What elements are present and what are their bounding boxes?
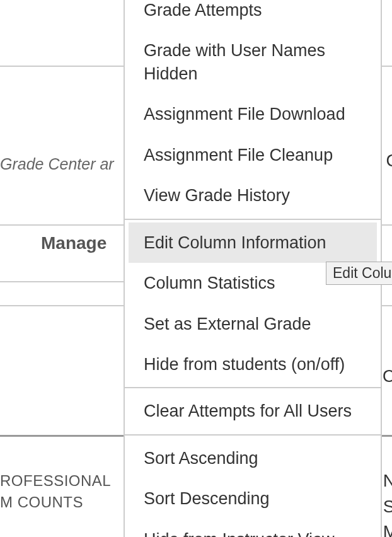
menu-item-sort-ascending[interactable]: Sort Ascending xyxy=(125,438,381,478)
right-col-line3: M xyxy=(383,519,392,537)
menu-item-grade-attempts[interactable]: Grade Attempts xyxy=(125,0,381,30)
column-header-line2: M COUNTS xyxy=(0,492,111,513)
menu-section-clear: Clear Attempts for All Users xyxy=(125,388,381,435)
column-header-line1: ROFESSIONAL xyxy=(0,470,111,492)
menu-item-grade-user-names-hidden[interactable]: Grade with User Names Hidden xyxy=(125,30,381,94)
bg-right-peek-o: O xyxy=(383,367,392,386)
menu-section-sort: Sort Ascending Sort Descending Hide from… xyxy=(125,436,381,537)
menu-item-clear-attempts-all-users[interactable]: Clear Attempts for All Users xyxy=(125,391,381,431)
menu-item-hide-from-students[interactable]: Hide from students (on/off) xyxy=(125,344,381,384)
menu-item-set-as-external-grade[interactable]: Set as External Grade xyxy=(125,304,381,344)
menu-section-column: Edit Column Information Column Statistic… xyxy=(125,220,381,389)
menu-item-sort-descending[interactable]: Sort Descending xyxy=(125,478,381,519)
column-header-partial: ROFESSIONAL M COUNTS xyxy=(0,470,111,512)
right-col-line1: N xyxy=(383,468,392,494)
tooltip-edit-column: Edit Colu xyxy=(326,262,392,285)
menu-item-hide-from-instructor-view[interactable]: Hide from Instructor View xyxy=(125,519,381,537)
menu-item-edit-column-information[interactable]: Edit Column Information xyxy=(129,222,377,263)
menu-item-view-grade-history[interactable]: View Grade History xyxy=(125,175,381,216)
menu-section-grading: Grade Attempts Grade with User Names Hid… xyxy=(125,0,381,220)
right-col-line2: S xyxy=(383,494,392,520)
right-col-partial: N S M xyxy=(383,468,392,537)
menu-item-assignment-file-cleanup[interactable]: Assignment File Cleanup xyxy=(125,135,381,175)
menu-item-assignment-file-download[interactable]: Assignment File Download xyxy=(125,94,381,134)
grade-center-partial-text: Grade Center ar xyxy=(0,155,114,173)
manage-button[interactable]: Manage xyxy=(41,233,107,253)
bg-right-peek: C xyxy=(386,151,393,171)
